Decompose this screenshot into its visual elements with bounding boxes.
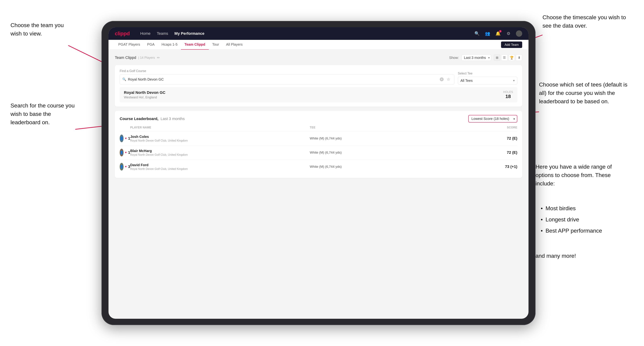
tee-cell-3: White (M) (6,744 yds) [310,165,489,169]
favourite-button[interactable]: ☆ [446,76,452,82]
nav-link-home[interactable]: Home [140,31,150,36]
subnav-all-players[interactable]: All Players [222,40,246,50]
heart-icon-1: ♥ [125,137,127,140]
course-result: Royal North Devon GC Westward Ho!, Engla… [120,87,517,102]
player-avatar-1: 👤 [120,135,124,142]
tee-select[interactable]: All Tees White Yellow Red [460,79,513,82]
download-icon[interactable]: ⬇ [516,54,522,61]
leaderboard-header: Course Leaderboard, Last 3 months Lowest… [120,115,517,123]
content-area: Team Clippd | 14 Players ✏ Show: Last 3 … [108,50,528,183]
search-icon[interactable]: 🔍 [474,30,480,37]
player-cell-1: Josh Coles Royal North Devon Golf Club, … [130,135,310,142]
team-name: Team Clippd [115,55,136,60]
annotation-options: Here you have a wide range of options to… [536,163,630,188]
tee-select-label: Select Tee [458,72,517,75]
score-cell-1: 72 (E) [489,136,517,141]
notification-badge: 1 [499,30,502,32]
annotation-timescale: Choose the timescale you wish to see the… [542,13,634,30]
table-row: 👤 ♥ 1 Josh Coles Royal North Devon Golf … [120,131,517,146]
nav-link-teams[interactable]: Teams [157,31,168,36]
find-course-label: Find a Golf Course [120,69,454,73]
tee-cell-2: White (M) (6,744 yds) [310,151,489,155]
team-title: Team Clippd | 14 Players ✏ [115,55,160,60]
leaderboard-subtitle: Last 3 months [160,117,184,121]
team-header: Team Clippd | 14 Players ✏ Show: Last 3 … [115,54,522,61]
sort-dropdown[interactable]: Lowest Score (18 holes) [468,115,517,123]
annotation-tees: Choose which set of tees (default is all… [539,80,630,106]
subnav-tour[interactable]: Tour [209,40,222,50]
tee-select-wrapper: All Tees White Yellow Red ▾ [458,77,517,84]
course-search-input[interactable] [128,77,438,81]
leaderboard-title: Course Leaderboard, Last 3 months [120,117,185,121]
table-row: 👤 ♥ 1 Blair McHarg Royal North Devon Gol… [120,146,517,160]
col-header-tee: TEE [310,126,489,129]
search-card: Find a Golf Course 🔍 ✕ ☆ Select Tee Al [115,65,522,107]
annotation-and-more: and many more! [536,252,576,260]
list-view-icon[interactable]: ☰ [501,54,508,61]
heart-icon-3: ♥ [125,165,127,168]
bullet-list: •Most birdies •Longest drive •Best APP p… [541,203,602,236]
course-info: Royal North Devon GC Westward Ho!, Engla… [124,90,166,99]
grid-view-icon[interactable]: ⊞ [494,54,500,61]
player-name-1: Josh Coles Royal North Devon Golf Club, … [130,135,188,142]
col-header-score: SCORE [489,126,517,129]
trophy-icon[interactable]: 🏆 [508,54,515,61]
col-header-empty [120,126,130,129]
player-rank-2: 👤 ♥ 1 [120,149,130,156]
show-label: Show: [449,56,459,60]
leaderboard-table: PLAYER NAME TEE SCORE 👤 ♥ 1 J [120,126,517,174]
search-icon-inner: 🔍 [122,77,126,81]
subnav-hcaps[interactable]: Hcaps 1-5 [158,40,181,50]
people-icon[interactable]: 👥 [484,30,491,37]
nav-bar: clippd Home Teams My Performance 🔍 👥 🔔 1… [108,27,528,40]
add-team-button[interactable]: Add Team [501,41,522,48]
holes-badge: Holes 18 [503,91,513,99]
tee-chevron-icon: ▾ [513,79,515,82]
course-name: Royal North Devon GC [124,90,166,95]
table-row: 👤 ♥ 3 David Ford Royal North Devon Golf … [120,160,517,174]
holes-label: Holes [503,91,513,94]
nav-link-myperformance[interactable]: My Performance [174,31,204,36]
tee-select-group: Select Tee All Tees White Yellow Red ▾ [458,72,517,84]
subnav-pgat[interactable]: PGAT Players [115,40,144,50]
bell-icon[interactable]: 🔔 1 [495,30,501,37]
tee-cell-1: White (M) (6,744 yds) [310,137,489,140]
leaderboard-card: Course Leaderboard, Last 3 months Lowest… [115,111,522,178]
subnav-pga[interactable]: PGA [144,40,158,50]
settings-icon[interactable]: ⚙ [506,30,512,37]
player-rank-1: 👤 ♥ 1 [120,135,130,142]
player-cell-2: Blair McHarg Royal North Devon Golf Club… [130,149,310,156]
holes-number: 18 [503,94,513,99]
annotation-search-course: Search for the course you wish to base t… [10,101,77,127]
tablet-screen: clippd Home Teams My Performance 🔍 👥 🔔 1… [108,27,528,319]
score-cell-2: 72 (E) [489,150,517,155]
table-header: PLAYER NAME TEE SCORE [120,126,517,131]
clear-search-button[interactable]: ✕ [440,77,444,81]
score-cell-3: 73 (+1) [489,165,517,169]
player-name-3: David Ford Royal North Devon Golf Club, … [130,163,188,171]
tablet-frame: clippd Home Teams My Performance 🔍 👥 🔔 1… [102,21,536,325]
view-icons: ⊞ ☰ 🏆 ⬇ [494,54,522,61]
col-header-player: PLAYER NAME [130,126,310,129]
player-rank-3: 👤 ♥ 3 [120,163,130,171]
sort-dropdown-text: Lowest Score (18 holes) [472,117,509,121]
player-cell-3: David Ford Royal North Devon Golf Club, … [130,163,310,171]
player-name-2: Blair McHarg Royal North Devon Golf Club… [130,149,188,156]
team-controls: Show: Last 3 months Last 6 months Last y… [449,54,522,61]
user-avatar[interactable] [516,30,522,37]
heart-icon-2: ♥ [125,151,127,154]
annotation-choose-team: Choose the team you wish to view. [10,21,74,38]
edit-team-icon[interactable]: ✏ [157,56,160,60]
player-count: | 14 Players [138,56,155,60]
show-dropdown-wrapper: Last 3 months Last 6 months Last year [462,54,491,61]
show-dropdown[interactable]: Last 3 months Last 6 months Last year [462,54,491,61]
nav-links: Home Teams My Performance [140,31,204,36]
subnav-team-clippd[interactable]: Team Clippd [181,40,209,50]
sub-nav: PGAT Players PGA Hcaps 1-5 Team Clippd T… [108,40,528,50]
course-location: Westward Ho!, England [124,96,166,99]
nav-right: 🔍 👥 🔔 1 ⚙ [474,30,522,37]
search-row: Find a Golf Course 🔍 ✕ ☆ Select Tee Al [120,69,517,84]
player-avatar-3: 👤 [120,163,124,171]
find-course-group: Find a Golf Course 🔍 ✕ ☆ [120,69,454,84]
player-avatar-2: 👤 [120,149,124,156]
